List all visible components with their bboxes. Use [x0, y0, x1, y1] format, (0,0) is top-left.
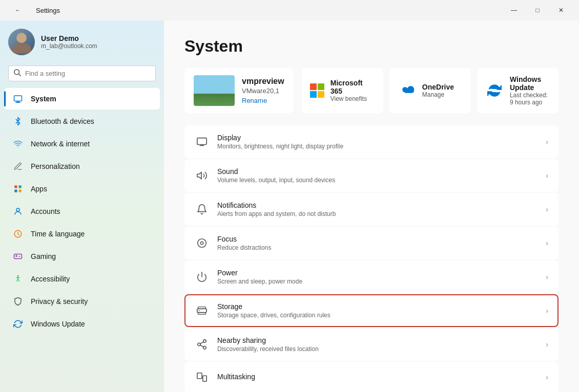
device-rename-link[interactable]: Rename — [242, 97, 284, 104]
quick-card-onedrive-text: OneDrive Manage — [422, 83, 454, 98]
svg-rect-4 — [19, 185, 22, 188]
settings-item-notifications[interactable]: Notifications Alerts from apps and syste… — [184, 193, 559, 226]
settings-item-nearby[interactable]: Nearby sharing Discoverability, received… — [184, 328, 559, 361]
sidebar-item-accessibility[interactable]: Accessibility — [4, 268, 160, 290]
sidebar-item-bluetooth-label: Bluetooth & devices — [31, 117, 94, 125]
sidebar-item-apps[interactable]: Apps — [4, 178, 160, 200]
ms365-title: Microsoft 365 — [330, 79, 375, 95]
svg-rect-11 — [318, 83, 324, 90]
sidebar-item-accounts[interactable]: Accounts — [4, 201, 160, 222]
search-box[interactable] — [8, 66, 156, 81]
back-button[interactable]: ← — [6, 2, 30, 18]
svg-point-17 — [200, 242, 203, 245]
search-icon — [14, 69, 21, 78]
svg-rect-6 — [19, 190, 22, 192]
multitasking-icon — [195, 370, 209, 384]
settings-item-focus[interactable]: Focus Reduce distractions › — [184, 227, 559, 259]
sidebar-profile[interactable]: User Demo m_lab@outlook.com — [0, 20, 164, 63]
focus-icon — [195, 236, 209, 250]
profile-info: User Demo m_lab@outlook.com — [41, 34, 97, 50]
winupdate-title: Windows Update — [510, 75, 550, 92]
sound-text: Sound Volume levels, output, input, soun… — [217, 167, 537, 184]
system-icon — [12, 93, 24, 104]
update-icon — [12, 318, 24, 330]
svg-rect-0 — [14, 96, 22, 101]
sidebar: User Demo m_lab@outlook.com System — [0, 20, 164, 392]
multitasking-arrow: › — [546, 373, 548, 381]
display-title: Display — [217, 134, 537, 142]
sidebar-item-system[interactable]: System — [4, 88, 160, 110]
sound-sub: Volume levels, output, input, sound devi… — [217, 177, 537, 184]
quick-card-onedrive[interactable]: OneDrive Manage — [389, 68, 471, 113]
app-body: User Demo m_lab@outlook.com System — [0, 20, 579, 392]
settings-item-power[interactable]: Power Screen and sleep, power mode › — [184, 260, 559, 293]
settings-item-sound[interactable]: Sound Volume levels, output, input, soun… — [184, 159, 559, 192]
sidebar-item-time[interactable]: Time & language — [4, 223, 160, 245]
svg-rect-3 — [14, 185, 17, 188]
sidebar-item-system-label: System — [31, 95, 56, 103]
display-sub: Monitors, brightness, night light, displ… — [217, 143, 537, 150]
settings-item-storage[interactable]: Storage Storage space, drives, configura… — [184, 294, 559, 327]
avatar — [8, 29, 35, 55]
svg-rect-14 — [197, 138, 206, 145]
storage-title: Storage — [217, 302, 537, 311]
nearby-sub: Discoverability, received files location — [217, 345, 537, 353]
winupdate-icon — [485, 81, 504, 100]
privacy-icon — [12, 296, 24, 307]
main-content: System vmpreview VMware20,1 Rename — [164, 20, 579, 392]
multitasking-text: Multitasking — [217, 373, 537, 382]
sidebar-item-gaming[interactable]: Gaming — [4, 246, 160, 267]
minimize-button[interactable]: — — [502, 2, 526, 18]
svg-rect-21 — [198, 313, 206, 315]
notifications-sub: Alerts from apps and system, do not dist… — [217, 210, 537, 217]
time-icon — [12, 228, 24, 239]
sidebar-item-bluetooth[interactable]: Bluetooth & devices — [4, 111, 160, 132]
sidebar-item-apps-label: Apps — [31, 185, 47, 193]
quick-card-ms365-text: Microsoft 365 View benefits — [330, 79, 375, 102]
power-icon — [195, 270, 209, 284]
sidebar-item-update[interactable]: Windows Update — [4, 313, 160, 335]
titlebar-title: Settings — [36, 7, 60, 14]
svg-rect-25 — [197, 373, 202, 379]
titlebar-controls: — □ ✕ — [502, 2, 573, 18]
svg-point-23 — [198, 343, 201, 346]
focus-arrow: › — [546, 239, 548, 247]
sidebar-item-network[interactable]: Network & internet — [4, 133, 160, 155]
ms365-sub: View benefits — [330, 95, 375, 102]
profile-email: m_lab@outlook.com — [41, 42, 97, 50]
storage-sub: Storage space, drives, configuration rul… — [217, 312, 537, 319]
ms365-icon — [310, 83, 324, 98]
maximize-button[interactable]: □ — [526, 2, 549, 18]
notifications-title: Notifications — [217, 201, 537, 209]
settings-item-multitasking[interactable]: Multitasking › — [184, 362, 559, 392]
svg-rect-13 — [318, 91, 324, 98]
sidebar-item-time-label: Time & language — [31, 230, 85, 238]
svg-point-16 — [198, 239, 206, 248]
device-info: vmpreview VMware20,1 Rename — [242, 77, 284, 104]
svg-marker-15 — [197, 172, 201, 179]
quick-card-winupdate[interactable]: Windows Update Last checked: 9 hours ago — [477, 68, 559, 113]
quick-cards: Microsoft 365 View benefits OneDrive Man… — [302, 68, 559, 113]
svg-point-24 — [203, 346, 206, 350]
quick-card-ms365[interactable]: Microsoft 365 View benefits — [302, 68, 383, 113]
onedrive-icon — [398, 81, 416, 100]
settings-list: Display Monitors, brightness, night ligh… — [184, 125, 559, 392]
storage-icon — [195, 303, 209, 318]
svg-rect-10 — [310, 83, 317, 90]
search-input[interactable] — [25, 70, 150, 77]
top-cards: vmpreview VMware20,1 Rename — [184, 68, 559, 113]
storage-text: Storage Storage space, drives, configura… — [217, 302, 537, 319]
focus-text: Focus Reduce distractions — [217, 235, 537, 251]
sidebar-item-personalization[interactable]: Personalization — [4, 156, 160, 177]
sound-icon — [195, 168, 209, 183]
sidebar-item-privacy-label: Privacy & security — [31, 297, 88, 306]
sidebar-item-privacy[interactable]: Privacy & security — [4, 291, 160, 312]
sound-title: Sound — [217, 167, 537, 176]
focus-sub: Reduce distractions — [217, 244, 537, 251]
svg-rect-26 — [203, 376, 206, 381]
sidebar-item-accessibility-label: Accessibility — [31, 275, 70, 283]
settings-item-display[interactable]: Display Monitors, brightness, night ligh… — [184, 125, 559, 158]
sound-arrow: › — [546, 171, 548, 180]
nearby-title: Nearby sharing — [217, 336, 537, 344]
close-button[interactable]: ✕ — [549, 2, 573, 18]
